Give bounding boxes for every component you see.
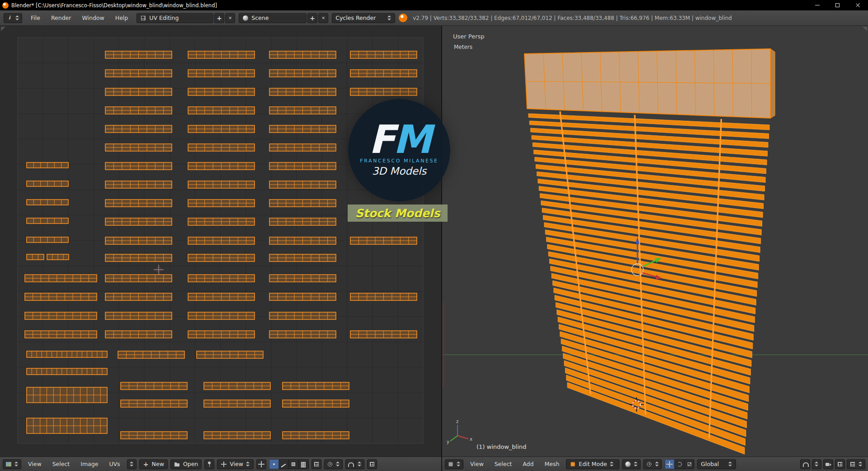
viewport-menu-add[interactable]: Add [519, 459, 538, 469]
uv-island[interactable] [27, 162, 68, 168]
uv-pivot-select[interactable]: View [217, 459, 254, 469]
uv-island[interactable] [188, 275, 255, 282]
uv-island[interactable] [269, 293, 336, 300]
snap-element-select[interactable] [812, 459, 821, 469]
translate-manipulator-button[interactable] [665, 459, 675, 469]
uv-island[interactable] [105, 162, 172, 170]
uv-open-image-button[interactable]: Open [170, 459, 202, 469]
uv-island[interactable] [188, 70, 255, 77]
uv-island[interactable] [105, 331, 172, 338]
uv-editor-type-button[interactable] [3, 459, 21, 469]
uv-island[interactable] [283, 382, 349, 390]
blind-headrail[interactable] [524, 49, 775, 118]
uv-island[interactable] [25, 331, 97, 338]
uv-island[interactable] [269, 107, 336, 114]
uv-proportional-edit-select[interactable] [324, 459, 343, 469]
uv-island[interactable] [105, 51, 172, 58]
uv-island[interactable] [269, 275, 336, 282]
uv-island[interactable] [188, 254, 255, 262]
uv-island[interactable] [269, 144, 336, 151]
menu-render[interactable]: Render [46, 13, 76, 23]
uv-island[interactable] [27, 254, 44, 260]
uv-island[interactable] [188, 331, 255, 338]
scale-manipulator-button[interactable] [684, 459, 694, 469]
uv-island[interactable] [27, 387, 107, 403]
viewport-shading-select[interactable] [622, 459, 641, 469]
uv-island[interactable] [283, 432, 349, 439]
uv-island[interactable] [204, 400, 270, 407]
uv-island[interactable] [188, 144, 255, 151]
uv-canvas[interactable] [0, 26, 441, 457]
uv-island[interactable] [105, 275, 172, 282]
uv-island[interactable] [188, 293, 255, 300]
opengl-animation-button[interactable] [835, 459, 845, 469]
uv-island[interactable] [269, 254, 336, 262]
delete-scene-button[interactable] [318, 13, 328, 23]
uv-island[interactable] [27, 200, 68, 205]
uv-island[interactable] [269, 162, 336, 170]
uv-select-edge-button[interactable] [279, 459, 289, 469]
uv-snap-element-select[interactable] [355, 459, 364, 469]
uv-draw-type-button[interactable] [367, 459, 377, 469]
uv-pin-button[interactable] [204, 459, 214, 469]
viewport-menu-view[interactable]: View [466, 459, 488, 469]
scene-select[interactable]: Scene [239, 13, 307, 23]
uv-select-vertex-button[interactable] [269, 459, 279, 469]
uv-island[interactable] [105, 293, 172, 300]
uv-island[interactable] [188, 162, 255, 170]
uv-island[interactable] [350, 293, 417, 300]
uv-island[interactable] [197, 351, 263, 358]
uv-island[interactable] [105, 254, 172, 262]
viewport-editor-type-button[interactable] [445, 459, 463, 469]
uv-menu-uvs[interactable]: UVs [105, 459, 124, 469]
delete-screen-layout-button[interactable] [225, 13, 235, 23]
uv-island[interactable] [121, 400, 187, 407]
add-screen-layout-button[interactable] [214, 13, 224, 23]
uv-island[interactable] [188, 125, 255, 133]
close-button[interactable] [848, 0, 868, 10]
uv-island[interactable] [47, 254, 69, 260]
uv-menu-select[interactable]: Select [48, 459, 74, 469]
uv-island[interactable] [105, 181, 172, 188]
uv-island[interactable] [105, 88, 172, 95]
mode-select[interactable]: Edit Mode [566, 459, 619, 469]
uv-island[interactable] [350, 331, 417, 338]
uv-menu-view[interactable]: View [24, 459, 46, 469]
uv-sticky-select-button[interactable] [311, 459, 321, 469]
info-editor-type-button[interactable] [4, 13, 22, 23]
uv-island[interactable] [105, 237, 172, 244]
uv-island[interactable] [105, 70, 172, 77]
layers-widget[interactable] [847, 459, 865, 469]
uv-island[interactable] [105, 200, 172, 207]
maximize-button[interactable] [827, 0, 848, 10]
uv-island[interactable] [105, 312, 172, 319]
uv-island[interactable] [269, 88, 336, 95]
uv-new-image-button[interactable]: New [139, 459, 168, 469]
uv-island[interactable] [105, 107, 172, 114]
uv-island[interactable] [269, 312, 336, 319]
uv-island[interactable] [188, 107, 255, 114]
uv-island[interactable] [27, 218, 68, 224]
uv-island[interactable] [25, 275, 97, 282]
uv-island[interactable] [188, 312, 255, 319]
uv-island[interactable] [350, 51, 417, 58]
menu-help[interactable]: Help [110, 13, 133, 23]
uv-island[interactable] [269, 218, 336, 225]
uv-island[interactable] [25, 312, 97, 319]
uv-island[interactable] [350, 237, 417, 244]
uv-island[interactable] [105, 144, 172, 151]
uv-island[interactable] [204, 382, 270, 390]
snap-toggle-button[interactable] [800, 459, 810, 469]
uv-island[interactable] [350, 70, 417, 77]
uv-menu-image[interactable]: Image [76, 459, 102, 469]
uv-island[interactable] [121, 432, 187, 439]
area-corner-widget[interactable] [1, 27, 5, 31]
viewport-menu-mesh[interactable]: Mesh [540, 459, 563, 469]
uv-island[interactable] [269, 70, 336, 77]
uv-island[interactable] [269, 51, 336, 58]
uv-select-face-button[interactable] [289, 459, 299, 469]
uv-island[interactable] [204, 432, 270, 439]
uv-island[interactable] [269, 331, 336, 338]
viewport-menu-select[interactable]: Select [491, 459, 516, 469]
area-corner-widget[interactable] [863, 27, 867, 31]
